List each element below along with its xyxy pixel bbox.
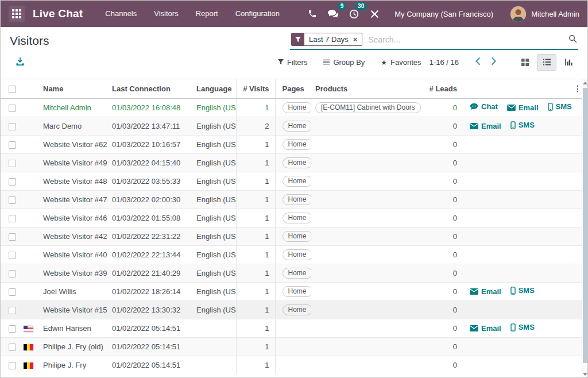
messages-icon[interactable]: 9 [324,5,342,22]
last-connection-value: 01/03/2022 04:15:40 [107,153,192,172]
menu-visitors[interactable]: Visitors [145,1,187,27]
email-action-button[interactable]: Email [470,287,501,296]
chat-action-button[interactable]: Chat [470,102,498,111]
visitor-name[interactable]: Website Visitor #46 [38,209,107,227]
pager-next-button[interactable] [486,56,502,68]
visitor-name[interactable]: Website Visitor #48 [38,172,107,190]
table-row[interactable]: Website Visitor #47 01/03/2022 02:00:30 … [1,190,583,209]
header-visits[interactable]: # Visits [236,79,275,98]
row-checkbox[interactable] [9,362,16,369]
search-facet[interactable]: Last 7 Days [291,33,362,46]
table-row[interactable]: Philipe J. Fry (old) 01/02/2022 05:14:51… [1,337,583,356]
group-by-button[interactable]: Group By [323,58,365,67]
row-checkbox[interactable] [9,325,16,333]
table-row[interactable]: Joel Willis 01/02/2022 18:26:14 English … [1,282,583,300]
header-language[interactable]: Language [192,79,236,98]
table-row[interactable]: Marc Demo 01/03/2022 13:47:11 English (U… [1,117,583,135]
apps-menu-icon[interactable] [9,6,25,22]
voip-phone-icon[interactable] [304,5,321,22]
column-options-icon[interactable] [571,84,583,93]
table-row[interactable]: Website Visitor #48 01/03/2022 03:55:33 … [1,172,583,190]
visitor-name[interactable]: Website Visitor #49 [38,153,107,172]
sms-action-button[interactable]: SMS [510,323,535,331]
pager-previous-button[interactable] [469,56,486,68]
visitor-name[interactable]: Marc Demo [38,117,107,135]
filters-button[interactable]: Filters [278,58,307,67]
scroll-up-icon[interactable] [583,82,587,84]
header-leads[interactable]: # Leads [423,79,464,98]
visitor-name[interactable]: Website Visitor #15 [38,300,107,319]
visitor-name[interactable]: Joel Willis [38,282,107,300]
row-checkbox[interactable] [9,141,16,149]
search-icon[interactable] [568,34,577,45]
user-menu[interactable]: Mitchell Admin [531,10,579,18]
last-connection-value: 01/02/2022 22:31:22 [107,227,192,245]
header-name[interactable]: Name [38,79,107,98]
scrollbar-thumb[interactable] [583,88,587,363]
row-checkbox[interactable] [9,252,16,259]
main-menu: Channels Visitors Report Configuration [96,1,288,27]
header-last-connection[interactable]: Last Connection [107,79,192,98]
header-pages[interactable]: Pages [275,79,311,98]
table-row[interactable]: Website Visitor #40 01/02/2022 22:13:44 … [1,245,583,264]
row-flag-cell [24,300,38,319]
flag-column-header [24,79,38,98]
search-input[interactable] [367,34,568,45]
company-switcher[interactable]: My Company (San Francisco) [394,10,493,18]
row-checkbox[interactable] [9,178,16,186]
visitor-name[interactable]: Website Visitor #62 [38,135,107,153]
table-row[interactable]: Website Visitor #46 01/03/2022 01:55:08 … [1,209,583,227]
app-title[interactable]: Live Chat [33,7,83,20]
visitor-name[interactable]: Philipe J. Fry [38,356,107,374]
facet-remove-icon[interactable] [353,35,362,44]
row-checkbox[interactable] [9,307,16,314]
visitor-name[interactable]: Philipe J. Fry (old) [38,337,107,356]
table-row[interactable]: Website Visitor #15 01/02/2022 13:30:32 … [1,300,583,319]
row-checkbox[interactable] [9,233,16,241]
table-row[interactable]: Mitchell Admin 01/03/2022 16:08:48 Engli… [1,98,583,117]
kanban-view-button[interactable] [515,54,535,71]
table-row[interactable]: Edwin Hansen 01/02/2022 05:14:51 1 0 Ema… [1,319,583,337]
row-checkbox[interactable] [9,270,16,277]
list-view-button[interactable] [537,54,556,71]
favorites-button[interactable]: Favorites [381,58,421,67]
menu-report[interactable]: Report [187,1,227,27]
email-action-button[interactable]: Email [507,103,539,112]
table-row[interactable]: Website Visitor #49 01/03/2022 04:15:40 … [1,153,583,172]
user-avatar[interactable] [510,6,526,22]
sms-action-button[interactable]: SMS [510,121,535,129]
visitor-name[interactable]: Website Visitor #39 [38,264,107,282]
sms-action-button[interactable]: SMS [548,102,572,111]
search-bar[interactable]: Last 7 Days [290,32,578,50]
scroll-down-icon[interactable] [583,373,587,376]
visitor-name[interactable]: Website Visitor #40 [38,245,107,264]
select-all-checkbox[interactable] [9,86,16,93]
row-checkbox[interactable] [9,344,16,351]
table-row[interactable]: Website Visitor #62 01/03/2022 10:16:57 … [1,135,583,153]
row-checkbox[interactable] [9,288,16,296]
visitor-name[interactable]: Website Visitor #47 [38,190,107,209]
row-checkbox[interactable] [9,105,16,112]
header-products[interactable]: Products [311,79,423,98]
row-checkbox[interactable] [9,215,16,222]
row-checkbox[interactable] [9,160,16,167]
activities-icon[interactable]: 30 [345,5,362,22]
visitor-name[interactable]: Website Visitor #42 [38,227,107,245]
email-action-button[interactable]: Email [470,122,501,130]
visitor-name[interactable]: Edwin Hansen [38,319,107,337]
row-checkbox[interactable] [9,123,16,130]
row-checkbox[interactable] [9,196,16,204]
tools-icon[interactable] [366,5,383,22]
table-row[interactable]: Website Visitor #39 01/02/2022 21:40:29 … [1,264,583,282]
vertical-scrollbar[interactable] [582,79,587,378]
page-badge: Home [283,213,311,223]
menu-configuration[interactable]: Configuration [227,1,288,27]
table-row[interactable]: Philipe J. Fry 01/02/2022 05:14:51 1 0 [1,356,583,374]
menu-channels[interactable]: Channels [96,1,145,27]
visitor-name[interactable]: Mitchell Admin [38,98,107,117]
table-row[interactable]: Website Visitor #42 01/02/2022 22:31:22 … [1,227,583,245]
email-action-button[interactable]: Email [470,324,501,333]
export-button[interactable] [13,55,27,70]
sms-action-button[interactable]: SMS [510,286,535,295]
graph-view-button[interactable] [559,54,578,71]
